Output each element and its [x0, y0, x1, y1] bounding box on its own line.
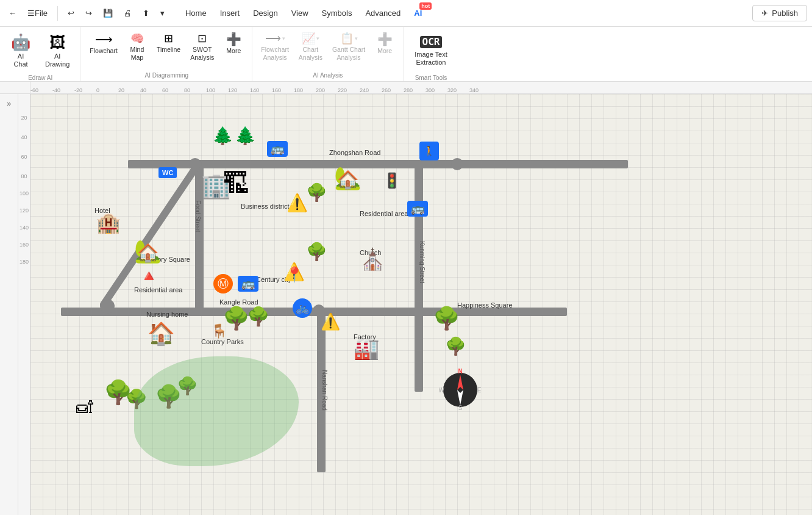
business-district-label: Business district [241, 203, 289, 210]
redo-button[interactable]: ↪ [82, 6, 96, 20]
kunming-street-label: Kunming Street [419, 241, 426, 283]
ribbon-item-gantt-analysis: 📋 ▾ Gantt ChartAnalysis [329, 31, 369, 63]
compass-svg: N S E W [439, 369, 482, 411]
menu-bar: Home Insert Design View Symbols Advanced… [179, 6, 428, 20]
swot-icon: ⊡ [198, 33, 207, 44]
traffic-sign-left: 🔺 [139, 267, 158, 286]
location-pin: 📍 [285, 266, 304, 283]
residential-left-label: Residential area [134, 286, 183, 294]
nanshan-road-label: Nanshan Road [321, 370, 328, 411]
ribbon-item-image-text[interactable]: OCR Image TextExtraction [408, 31, 454, 72]
flowchart-analysis-arrow: ▾ [282, 35, 285, 41]
publish-button[interactable]: ✈ Publish [752, 5, 807, 21]
traffic-sign-3: ⚠️ [321, 312, 340, 331]
timeline-icon: ⊞ [164, 33, 173, 44]
ribbon: 🤖 AIChat 🖼 AIDrawing Edraw AI ⟶ Flowchar… [0, 27, 812, 82]
gantt-analysis-icon: 📋 [340, 33, 354, 44]
ribbon-section-label-ai-analysis: AI Analysis [252, 71, 403, 81]
mind-map-icon: 🧠 [130, 33, 144, 44]
ai-chat-label: AIChat [13, 52, 27, 68]
ruler-left: 20 40 60 80 100 120 140 160 180 [18, 94, 30, 515]
svg-text:S: S [458, 405, 463, 411]
ribbon-item-flowchart[interactable]: ⟶ Flowchart [86, 31, 121, 57]
zhongshan-road-label: Zhongshan Road [329, 149, 380, 156]
print-button[interactable]: 🖨 [120, 6, 135, 20]
wc-sign: WC [158, 167, 177, 178]
timeline-label: Timeline [157, 46, 180, 54]
topbar: ← ☰ File ↩ ↪ 💾 🖨 ⬆ ▾ Home Insert Design … [0, 0, 812, 27]
flowchart-analysis-label: FlowchartAnalysis [261, 46, 289, 61]
svg-text:N: N [458, 369, 462, 375]
publish-label: Publish [772, 9, 798, 18]
factory-icon: 🏭 [354, 338, 379, 359]
traffic-sign-2: ⚠️ [287, 193, 308, 213]
bus-stop-right: 🚌 [407, 201, 428, 217]
nursing-home-label: Nursing home [146, 311, 188, 318]
menu-design[interactable]: Design [247, 6, 283, 20]
kangle-road-label: Kangle Road [219, 298, 258, 306]
ai-drawing-icon: 🖼 [49, 34, 65, 50]
chart-analysis-arrow: ▾ [316, 35, 319, 41]
ribbon-section-edraw-ai: 🤖 AIChat 🖼 AIDrawing Edraw AI [0, 27, 81, 81]
building-2: 🏗 [223, 170, 249, 197]
svg-text:W: W [439, 387, 444, 394]
hotel-building: 🏨 [96, 213, 121, 232]
separator-1 [57, 6, 58, 21]
image-text-label: Image TextExtraction [415, 51, 447, 67]
cycling-sign: 🚲 [293, 298, 312, 318]
ribbon-item-swot[interactable]: ⊡ SWOTAnalysis [187, 31, 218, 63]
park-tree-2: 🌳 [247, 308, 269, 326]
ai-chat-icon: 🤖 [11, 34, 30, 50]
ribbon-item-ai-chat[interactable]: 🤖 AIChat [5, 31, 37, 72]
chart-analysis-icon: 📈 [302, 33, 315, 44]
more-analysis-icon: ➕ [377, 33, 393, 45]
tree-mid-2: 🌳 [306, 243, 327, 261]
canvas-area: » 20 40 60 80 100 120 140 160 180 Zhongs… [0, 94, 812, 515]
intersection-1 [189, 158, 201, 170]
back-button[interactable]: ← [5, 6, 20, 20]
more-analysis-label: More [377, 47, 392, 55]
ribbon-section-smart-tools: OCR Image TextExtraction Smart Tools [404, 27, 458, 81]
nursing-home-icon: 🏠 [148, 323, 175, 345]
ruler-top: -60 -40 -20 0 20 40 60 80 100 120 140 16… [0, 82, 812, 94]
menu-view[interactable]: View [285, 6, 315, 20]
ribbon-item-ai-drawing[interactable]: 🖼 AIDrawing [39, 31, 76, 72]
swot-label: SWOTAnalysis [190, 46, 214, 61]
tree-right-2: 🌳 [445, 338, 466, 355]
more-options-button[interactable]: ▾ [157, 6, 168, 20]
more-diagramming-icon: ➕ [226, 33, 241, 45]
ribbon-item-timeline[interactable]: ⊞ Timeline [153, 31, 184, 56]
save-button[interactable]: 💾 [99, 6, 116, 20]
tree-right-1: 🌳 [433, 308, 460, 330]
gantt-analysis-label: Gantt ChartAnalysis [332, 46, 365, 61]
bus-stop-top: 🚌 [267, 141, 288, 157]
share-button[interactable]: ⬆ [139, 6, 153, 20]
ribbon-section-ai-diagramming: ⟶ Flowchart 🧠 MindMap ⊞ Timeline ⊡ SWOTA… [81, 27, 252, 81]
file-label: File [35, 9, 48, 18]
mind-map-label: MindMap [130, 46, 144, 61]
menu-symbols[interactable]: Symbols [316, 6, 358, 20]
food-street-label: Food Street [194, 200, 201, 232]
flowchart-icon: ⟶ [95, 33, 113, 45]
undo-button[interactable]: ↩ [64, 6, 78, 20]
bench-2: 🪑 [211, 325, 227, 338]
ai-hot-badge: hot [419, 2, 432, 10]
house-1: 🏡 [134, 240, 162, 262]
ribbon-section-ai-analysis: ⟶ ▾ FlowchartAnalysis 📈 ▾ ChartAnalysis … [252, 27, 404, 81]
menu-insert[interactable]: Insert [214, 6, 246, 20]
canvas[interactable]: Zhongshan Road Kangle Road Food Street K… [30, 94, 812, 515]
metro-sign: Ⓜ [213, 274, 233, 294]
file-menu-button[interactable]: ☰ File [24, 6, 51, 20]
main-area: 20 40 60 80 100 120 140 160 180 Zhongsha… [18, 94, 812, 515]
menu-advanced[interactable]: Advanced [359, 6, 407, 20]
left-sidebar-toggle[interactable]: » [0, 94, 18, 515]
menu-home[interactable]: Home [179, 6, 213, 20]
ribbon-item-more-diagramming[interactable]: ➕ More [220, 31, 247, 57]
ribbon-item-mind-map[interactable]: 🧠 MindMap [124, 31, 151, 63]
flowchart-analysis-icon: ⟶ [265, 33, 281, 44]
residential-right-label: Residential area [360, 210, 408, 217]
traffic-light: 🚦 [383, 173, 401, 188]
church-icon: ⛪ [360, 249, 385, 270]
menu-ai[interactable]: AI hot [408, 6, 428, 20]
ribbon-section-label-ai-diagramming: AI Diagramming [81, 71, 252, 81]
